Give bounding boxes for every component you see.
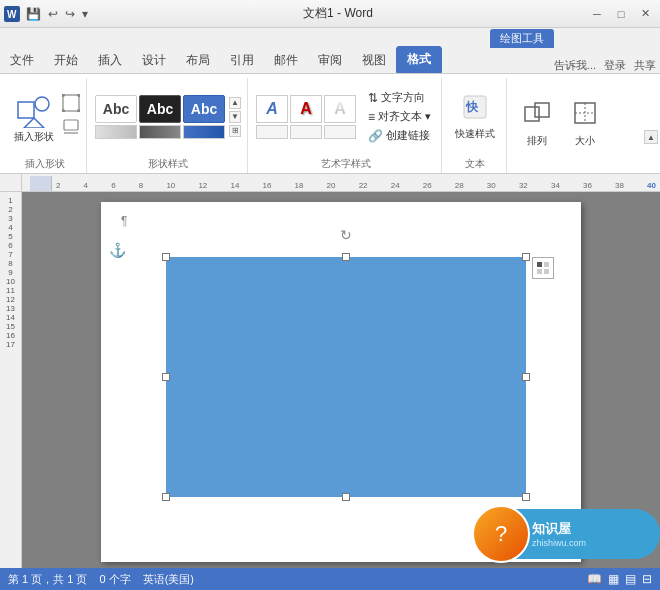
svg-rect-20 — [544, 262, 549, 267]
handle-top-right[interactable] — [522, 253, 530, 261]
style-down-btn[interactable]: ▼ — [229, 111, 241, 123]
insert-shape-btn[interactable]: 插入形状 — [10, 86, 58, 148]
shape-outline-btn[interactable] — [139, 125, 181, 139]
shape-styles-label: 形状样式 — [148, 155, 188, 173]
layout-icon-3[interactable]: ⊟ — [642, 572, 652, 586]
maximize-btn[interactable]: □ — [610, 4, 632, 24]
handle-bottom-right[interactable] — [522, 493, 530, 501]
wordart-effect-btn[interactable] — [324, 125, 356, 139]
quick-access-toolbar: 💾 ↩ ↪ ▾ — [24, 6, 90, 22]
wordart-outline-btn[interactable] — [290, 125, 322, 139]
doc-area: 1 2 3 4 5 6 7 8 9 10 11 12 13 14 15 16 1… — [0, 192, 660, 568]
language: 英语(美国) — [143, 572, 194, 587]
style-sample-3[interactable]: Abc — [183, 95, 225, 123]
style-row-2 — [95, 125, 225, 139]
tab-format[interactable]: 格式 — [396, 46, 442, 73]
handle-bottom-middle[interactable] — [342, 493, 350, 501]
word-icon: W — [4, 6, 20, 22]
selected-shape[interactable]: ↻ — [166, 257, 526, 497]
tell-me-input[interactable]: 告诉我... — [554, 58, 596, 73]
rotate-handle[interactable]: ↻ — [340, 227, 352, 239]
vertical-ruler: 1 2 3 4 5 6 7 8 9 10 11 12 13 14 15 16 1… — [0, 192, 22, 568]
ribbon-group-arrange: 排列 大小 — [509, 78, 613, 173]
ribbon: 插入形状 — [0, 74, 660, 174]
wordart-sample-1[interactable]: A — [256, 95, 288, 123]
style-up-btn[interactable]: ▲ — [229, 97, 241, 109]
tab-home[interactable]: 开始 — [44, 48, 88, 73]
svg-rect-21 — [537, 269, 542, 274]
align-text-label: 对齐文本 ▾ — [378, 109, 431, 124]
book-icon[interactable]: 📖 — [587, 572, 602, 586]
minimize-btn[interactable]: ─ — [586, 4, 608, 24]
align-text-btn[interactable]: ≡ 对齐文本 ▾ — [364, 108, 435, 125]
shape-styles-content: Abc Abc Abc ▲ ▼ ⊞ — [95, 78, 241, 155]
paragraph-mark: ¶ — [121, 214, 127, 228]
svg-point-9 — [77, 109, 80, 112]
create-link-btn[interactable]: 🔗 创建链接 — [364, 127, 435, 144]
tab-insert[interactable]: 插入 — [88, 48, 132, 73]
tab-mailings[interactable]: 邮件 — [264, 48, 308, 73]
undo-btn[interactable]: ↩ — [46, 6, 60, 22]
close-btn[interactable]: ✕ — [634, 4, 656, 24]
tab-file[interactable]: 文件 — [0, 48, 44, 73]
share-btn[interactable]: 共享 — [634, 58, 656, 73]
quick-style-label: 快速样式 — [455, 128, 495, 140]
handle-middle-right[interactable] — [522, 373, 530, 381]
svg-marker-4 — [24, 118, 44, 128]
tab-view[interactable]: 视图 — [352, 48, 396, 73]
align-text-icon: ≡ — [368, 110, 375, 124]
arrange-label: 排列 — [527, 134, 547, 148]
login-btn[interactable]: 登录 — [604, 58, 626, 73]
main-tab-bar: 文件 开始 插入 设计 布局 引用 邮件 审阅 视图 格式 告诉我... 登录 … — [0, 48, 660, 74]
ribbon-group-wordart: A A A ⇅ 文字方向 ≡ 对齐文本 ▾ — [250, 78, 442, 173]
customize-btn[interactable]: ▾ — [80, 6, 90, 22]
edit-shape-btn[interactable] — [62, 94, 80, 116]
wordart-samples: A A A — [256, 95, 356, 139]
save-btn[interactable]: 💾 — [24, 6, 43, 22]
arrange-icon — [523, 99, 551, 134]
shape-effect-btn[interactable] — [183, 125, 225, 139]
svg-point-8 — [62, 109, 65, 112]
size-btn[interactable]: 大小 — [563, 95, 607, 152]
shape-fill-btn[interactable] — [95, 125, 137, 139]
layout-options-btn[interactable] — [532, 257, 554, 279]
handle-top-middle[interactable] — [342, 253, 350, 261]
svg-rect-10 — [64, 120, 78, 130]
tab-layout[interactable]: 布局 — [176, 48, 220, 73]
quick-style-btn[interactable]: 快 快速样式 — [450, 90, 500, 143]
text-group-label: 文本 — [465, 155, 485, 173]
title-bar: W 💾 ↩ ↪ ▾ 文档1 - Word ─ □ ✕ — [0, 0, 660, 28]
text-direction-label: 文字方向 — [381, 90, 425, 105]
drawing-tools-tab[interactable]: 绘图工具 — [490, 29, 554, 48]
tab-references[interactable]: 引用 — [220, 48, 264, 73]
text-content: 快 快速样式 — [450, 78, 500, 155]
text-direction-btn[interactable]: ⇅ 文字方向 — [364, 89, 435, 106]
layout-icon-2[interactable]: ▤ — [625, 572, 636, 586]
layout-icon-1[interactable]: ▦ — [608, 572, 619, 586]
link-icon: 🔗 — [368, 129, 383, 143]
wordart-fill-btn[interactable] — [256, 125, 288, 139]
wordart-sample-2[interactable]: A — [290, 95, 322, 123]
style-expand-btn[interactable]: ⊞ — [229, 125, 241, 137]
arrange-btn[interactable]: 排列 — [515, 95, 559, 152]
svg-rect-14 — [525, 107, 539, 121]
svg-rect-2 — [18, 102, 34, 118]
redo-btn[interactable]: ↪ — [63, 6, 77, 22]
tool-tab-bar: 绘图工具 — [0, 28, 660, 48]
word-count: 0 个字 — [99, 572, 130, 587]
pen-tool-btn[interactable] — [62, 118, 80, 140]
style-sample-2[interactable]: Abc — [139, 95, 181, 123]
title-bar-left: W 💾 ↩ ↪ ▾ — [4, 6, 90, 22]
wordart-content: A A A ⇅ 文字方向 ≡ 对齐文本 ▾ — [256, 78, 435, 155]
wordart-sample-3[interactable]: A — [324, 95, 356, 123]
tab-design[interactable]: 设计 — [132, 48, 176, 73]
document-page: ¶ ⚓ ↻ — [101, 202, 581, 562]
svg-rect-19 — [537, 262, 542, 267]
style-sample-1[interactable]: Abc — [95, 95, 137, 123]
handle-middle-left[interactable] — [162, 373, 170, 381]
style-row-1: Abc Abc Abc — [95, 95, 225, 123]
handle-top-left[interactable] — [162, 253, 170, 261]
ribbon-collapse-btn[interactable]: ▲ — [644, 130, 658, 144]
tab-review[interactable]: 审阅 — [308, 48, 352, 73]
handle-bottom-left[interactable] — [162, 493, 170, 501]
